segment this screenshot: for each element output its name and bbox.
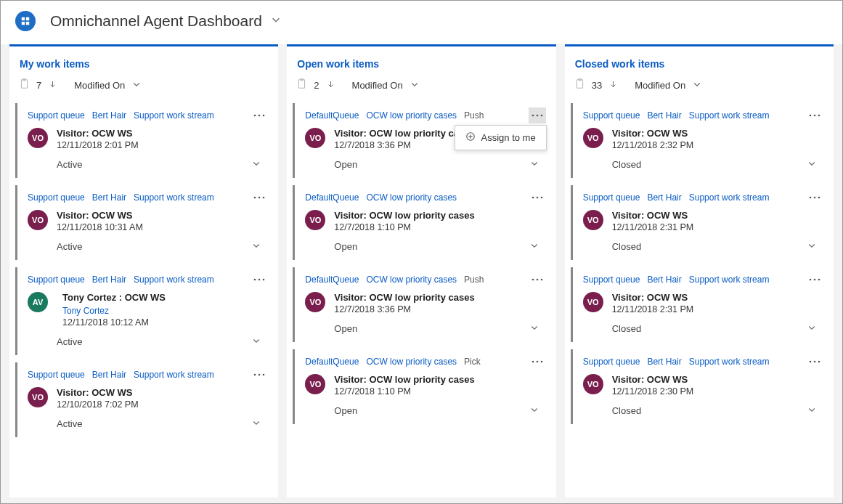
- card-title: Visitor: OCW low priority cases: [334, 292, 542, 303]
- tag-link[interactable]: Support queue: [28, 370, 85, 380]
- tag-link[interactable]: Support work stream: [134, 110, 214, 121]
- chevron-down-icon[interactable]: [271, 15, 281, 28]
- sort-arrow-icon[interactable]: [49, 80, 57, 91]
- column-header: Closed work items 33 Modified On: [565, 46, 834, 97]
- expand-chevron-icon[interactable]: [803, 320, 820, 336]
- status-text: Active: [57, 159, 82, 170]
- svg-point-31: [532, 279, 534, 281]
- sort-label[interactable]: Modified On: [635, 80, 685, 91]
- status-text: Closed: [612, 241, 641, 252]
- more-button[interactable]: [529, 107, 546, 123]
- app-icon: [15, 11, 36, 31]
- sort-chevron-icon[interactable]: [132, 80, 141, 91]
- more-button[interactable]: [806, 354, 823, 370]
- work-item-card[interactable]: Support queueBert HairSupport work strea…: [15, 103, 272, 178]
- assign-popover[interactable]: Assign to me: [455, 125, 547, 150]
- svg-rect-37: [577, 80, 582, 88]
- tag-row: Support queueBert HairSupport work strea…: [583, 192, 820, 203]
- expand-chevron-icon[interactable]: [248, 333, 265, 349]
- work-item-card[interactable]: Support queueBert HairSupport work strea…: [571, 185, 828, 260]
- svg-point-15: [263, 279, 265, 281]
- svg-point-10: [254, 197, 256, 199]
- tag-link[interactable]: Support work stream: [689, 110, 770, 121]
- sort-chevron-icon[interactable]: [410, 80, 419, 91]
- card-date: 12/11/2018 2:30 PM: [612, 386, 820, 397]
- sort-label[interactable]: Modified On: [352, 80, 403, 91]
- work-item-card[interactable]: DefaultQueueOCW low priority cases VO Vi…: [293, 185, 550, 260]
- card-main: Visitor: OCW WS 12/11/2018 2:31 PM: [612, 210, 820, 232]
- tag-link[interactable]: Support queue: [583, 357, 640, 367]
- avatar: VO: [305, 128, 325, 148]
- expand-chevron-icon[interactable]: [248, 156, 265, 172]
- more-button[interactable]: [251, 272, 268, 288]
- card-list: Support queueBert HairSupport work strea…: [565, 97, 834, 424]
- assign-label: Assign to me: [481, 132, 536, 143]
- clipboard-icon: [575, 78, 585, 92]
- work-item-card[interactable]: Support queueBert HairSupport work strea…: [15, 267, 272, 355]
- expand-chevron-icon[interactable]: [248, 238, 265, 254]
- tag-link[interactable]: DefaultQueue: [305, 110, 359, 121]
- expand-chevron-icon[interactable]: [526, 238, 543, 254]
- more-button[interactable]: [806, 190, 823, 206]
- work-item-card[interactable]: Support queueBert HairSupport work strea…: [571, 267, 828, 342]
- more-button[interactable]: [251, 190, 268, 206]
- more-button[interactable]: [806, 272, 823, 288]
- more-button[interactable]: [529, 190, 546, 206]
- work-item-card[interactable]: Support queueBert HairSupport work strea…: [15, 185, 272, 260]
- tag-link[interactable]: Bert Hair: [647, 192, 681, 203]
- expand-chevron-icon[interactable]: [803, 156, 820, 172]
- work-item-card[interactable]: DefaultQueueOCW low priority casesPick V…: [293, 349, 550, 424]
- work-item-card[interactable]: DefaultQueueOCW low priority casesPush V…: [293, 267, 550, 342]
- more-button[interactable]: [529, 272, 546, 288]
- tag-link[interactable]: Support work stream: [689, 275, 770, 285]
- tag-link[interactable]: Support work stream: [689, 357, 770, 367]
- tag-link[interactable]: OCW low priority cases: [366, 110, 457, 121]
- tag-link[interactable]: Bert Hair: [92, 192, 126, 203]
- expand-chevron-icon[interactable]: [803, 402, 820, 418]
- card-body: VO Visitor: OCW WS 12/11/2018 10:31 AM: [28, 210, 265, 232]
- tag-link[interactable]: Support work stream: [134, 370, 214, 380]
- work-item-card[interactable]: Support queueBert HairSupport work strea…: [571, 103, 828, 178]
- tag-link[interactable]: Bert Hair: [92, 275, 126, 285]
- card-main: Visitor: OCW low priority cases 12/7/201…: [334, 210, 542, 232]
- tag-link[interactable]: DefaultQueue: [305, 192, 359, 203]
- work-item-card[interactable]: Support queueBert HairSupport work strea…: [15, 362, 272, 437]
- tag-link[interactable]: Bert Hair: [647, 357, 681, 367]
- sort-label[interactable]: Modified On: [74, 80, 125, 91]
- more-button[interactable]: [529, 354, 546, 370]
- tag-link[interactable]: DefaultQueue: [305, 275, 359, 285]
- svg-point-13: [254, 279, 256, 281]
- tag-link[interactable]: OCW low priority cases: [366, 192, 457, 203]
- sort-arrow-icon[interactable]: [327, 80, 335, 91]
- tag-link[interactable]: Support work stream: [134, 192, 214, 203]
- tag-link[interactable]: Support queue: [28, 275, 85, 285]
- more-button[interactable]: [251, 367, 268, 383]
- tag-link[interactable]: OCW low priority cases: [366, 275, 457, 285]
- avatar: VO: [583, 128, 603, 148]
- tag-link[interactable]: Bert Hair: [92, 110, 126, 121]
- work-item-card[interactable]: Support queueBert HairSupport work strea…: [571, 349, 828, 424]
- tag-link[interactable]: DefaultQueue: [305, 357, 359, 367]
- tag-link[interactable]: Bert Hair: [647, 275, 681, 285]
- more-button[interactable]: [806, 107, 823, 123]
- tag-link[interactable]: Bert Hair: [92, 370, 126, 380]
- card-link[interactable]: Tony Cortez: [62, 306, 265, 316]
- tag-link[interactable]: Support queue: [583, 192, 640, 203]
- tag-link[interactable]: Support queue: [28, 110, 85, 121]
- tag-link[interactable]: Support queue: [28, 192, 85, 203]
- expand-chevron-icon[interactable]: [803, 238, 820, 254]
- tag-link[interactable]: OCW low priority cases: [366, 357, 457, 367]
- tag-link[interactable]: Support work stream: [689, 192, 770, 203]
- tag-link[interactable]: Support queue: [583, 110, 640, 121]
- more-button[interactable]: [251, 107, 268, 123]
- expand-chevron-icon[interactable]: [248, 415, 265, 431]
- tag-link[interactable]: Bert Hair: [647, 110, 681, 121]
- expand-chevron-icon[interactable]: [526, 320, 543, 336]
- work-item-card[interactable]: DefaultQueueOCW low priority casesPush A…: [293, 103, 550, 178]
- expand-chevron-icon[interactable]: [526, 402, 543, 418]
- sort-chevron-icon[interactable]: [693, 80, 701, 91]
- tag-link[interactable]: Support queue: [583, 275, 640, 285]
- tag-link[interactable]: Support work stream: [134, 275, 214, 285]
- expand-chevron-icon[interactable]: [526, 156, 543, 172]
- sort-arrow-icon[interactable]: [609, 80, 617, 91]
